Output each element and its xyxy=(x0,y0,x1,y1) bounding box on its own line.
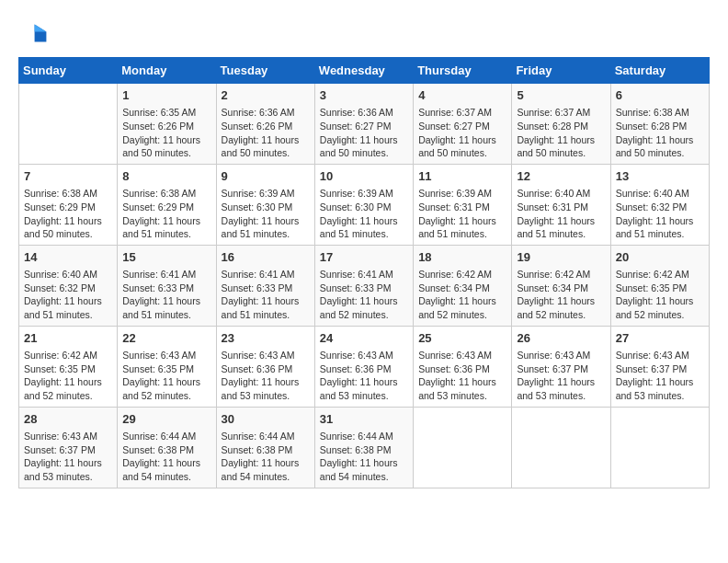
day-number: 2 xyxy=(222,87,310,104)
week-row-3: 14Sunrise: 6:40 AMSunset: 6:32 PMDayligh… xyxy=(19,245,710,326)
day-number: 26 xyxy=(517,330,605,347)
cell-content: Sunrise: 6:42 AMSunset: 6:35 PMDaylight:… xyxy=(24,349,112,403)
cell-content: Sunrise: 6:39 AMSunset: 6:31 PMDaylight:… xyxy=(418,187,506,241)
header-cell-tuesday: Tuesday xyxy=(216,58,314,84)
cell-content: Sunrise: 6:37 AMSunset: 6:28 PMDaylight:… xyxy=(517,106,605,160)
day-number: 6 xyxy=(616,87,704,104)
calendar-cell: 17Sunrise: 6:41 AMSunset: 6:33 PMDayligh… xyxy=(314,245,413,326)
cell-content: Sunrise: 6:36 AMSunset: 6:27 PMDaylight:… xyxy=(320,106,408,160)
calendar-cell xyxy=(19,84,118,165)
day-number: 27 xyxy=(616,330,704,347)
calendar-cell: 5Sunrise: 6:37 AMSunset: 6:28 PMDaylight… xyxy=(512,84,610,165)
calendar-cell: 7Sunrise: 6:38 AMSunset: 6:29 PMDaylight… xyxy=(19,164,118,245)
day-number: 23 xyxy=(222,330,310,347)
cell-content: Sunrise: 6:42 AMSunset: 6:35 PMDaylight:… xyxy=(616,268,704,322)
calendar-cell: 6Sunrise: 6:38 AMSunset: 6:28 PMDaylight… xyxy=(610,84,709,165)
header-cell-sunday: Sunday xyxy=(19,58,118,84)
day-number: 31 xyxy=(320,411,408,428)
cell-content: Sunrise: 6:43 AMSunset: 6:36 PMDaylight:… xyxy=(418,349,506,403)
calendar-cell: 18Sunrise: 6:42 AMSunset: 6:34 PMDayligh… xyxy=(414,245,512,326)
day-number: 28 xyxy=(24,411,112,428)
cell-content: Sunrise: 6:41 AMSunset: 6:33 PMDaylight:… xyxy=(122,268,210,322)
calendar-cell: 25Sunrise: 6:43 AMSunset: 6:36 PMDayligh… xyxy=(414,326,512,407)
day-number: 17 xyxy=(320,249,408,266)
week-row-4: 21Sunrise: 6:42 AMSunset: 6:35 PMDayligh… xyxy=(19,326,710,407)
header-cell-monday: Monday xyxy=(118,58,216,84)
cell-content: Sunrise: 6:40 AMSunset: 6:31 PMDaylight:… xyxy=(517,187,605,241)
calendar-cell: 27Sunrise: 6:43 AMSunset: 6:37 PMDayligh… xyxy=(610,326,709,407)
day-number: 29 xyxy=(122,411,210,428)
calendar-cell: 3Sunrise: 6:36 AMSunset: 6:27 PMDaylight… xyxy=(314,84,413,165)
day-number: 9 xyxy=(222,168,310,185)
day-number: 22 xyxy=(122,330,210,347)
header-cell-saturday: Saturday xyxy=(610,58,709,84)
page-header xyxy=(18,18,710,48)
cell-content: Sunrise: 6:43 AMSunset: 6:37 PMDaylight:… xyxy=(517,349,605,403)
day-number: 5 xyxy=(517,87,605,104)
cell-content: Sunrise: 6:44 AMSunset: 6:38 PMDaylight:… xyxy=(320,430,408,484)
day-number: 15 xyxy=(122,249,210,266)
calendar-cell: 13Sunrise: 6:40 AMSunset: 6:32 PMDayligh… xyxy=(610,164,709,245)
cell-content: Sunrise: 6:36 AMSunset: 6:26 PMDaylight:… xyxy=(222,106,310,160)
calendar-cell: 4Sunrise: 6:37 AMSunset: 6:27 PMDaylight… xyxy=(414,84,512,165)
week-row-2: 7Sunrise: 6:38 AMSunset: 6:29 PMDaylight… xyxy=(19,164,710,245)
header-cell-thursday: Thursday xyxy=(414,58,512,84)
cell-content: Sunrise: 6:38 AMSunset: 6:29 PMDaylight:… xyxy=(24,187,112,241)
calendar-cell: 11Sunrise: 6:39 AMSunset: 6:31 PMDayligh… xyxy=(414,164,512,245)
calendar-cell: 23Sunrise: 6:43 AMSunset: 6:36 PMDayligh… xyxy=(216,326,314,407)
calendar-cell: 24Sunrise: 6:43 AMSunset: 6:36 PMDayligh… xyxy=(314,326,413,407)
calendar-cell: 9Sunrise: 6:39 AMSunset: 6:30 PMDaylight… xyxy=(216,164,314,245)
day-number: 7 xyxy=(24,168,112,185)
cell-content: Sunrise: 6:43 AMSunset: 6:37 PMDaylight:… xyxy=(616,349,704,403)
header-cell-wednesday: Wednesday xyxy=(314,58,413,84)
calendar-cell: 22Sunrise: 6:43 AMSunset: 6:35 PMDayligh… xyxy=(118,326,216,407)
day-number: 30 xyxy=(222,411,310,428)
calendar-cell: 15Sunrise: 6:41 AMSunset: 6:33 PMDayligh… xyxy=(118,245,216,326)
week-row-5: 28Sunrise: 6:43 AMSunset: 6:37 PMDayligh… xyxy=(19,407,710,488)
day-number: 4 xyxy=(418,87,506,104)
day-number: 19 xyxy=(517,249,605,266)
day-number: 24 xyxy=(320,330,408,347)
day-number: 11 xyxy=(418,168,506,185)
calendar-table: SundayMondayTuesdayWednesdayThursdayFrid… xyxy=(18,57,710,488)
cell-content: Sunrise: 6:39 AMSunset: 6:30 PMDaylight:… xyxy=(222,187,310,241)
cell-content: Sunrise: 6:43 AMSunset: 6:35 PMDaylight:… xyxy=(122,349,210,403)
cell-content: Sunrise: 6:38 AMSunset: 6:28 PMDaylight:… xyxy=(616,106,704,160)
header-cell-friday: Friday xyxy=(512,58,610,84)
cell-content: Sunrise: 6:38 AMSunset: 6:29 PMDaylight:… xyxy=(122,187,210,241)
day-number: 16 xyxy=(222,249,310,266)
cell-content: Sunrise: 6:43 AMSunset: 6:37 PMDaylight:… xyxy=(24,430,112,484)
day-number: 12 xyxy=(517,168,605,185)
calendar-cell: 8Sunrise: 6:38 AMSunset: 6:29 PMDaylight… xyxy=(118,164,216,245)
calendar-cell: 19Sunrise: 6:42 AMSunset: 6:34 PMDayligh… xyxy=(512,245,610,326)
calendar-cell: 14Sunrise: 6:40 AMSunset: 6:32 PMDayligh… xyxy=(19,245,118,326)
week-row-1: 1Sunrise: 6:35 AMSunset: 6:26 PMDaylight… xyxy=(19,84,710,165)
svg-marker-1 xyxy=(35,24,47,31)
calendar-cell: 2Sunrise: 6:36 AMSunset: 6:26 PMDaylight… xyxy=(216,84,314,165)
cell-content: Sunrise: 6:40 AMSunset: 6:32 PMDaylight:… xyxy=(616,187,704,241)
calendar-cell: 28Sunrise: 6:43 AMSunset: 6:37 PMDayligh… xyxy=(19,407,118,488)
cell-content: Sunrise: 6:43 AMSunset: 6:36 PMDaylight:… xyxy=(222,349,310,403)
calendar-cell: 12Sunrise: 6:40 AMSunset: 6:31 PMDayligh… xyxy=(512,164,610,245)
calendar-cell xyxy=(414,407,512,488)
cell-content: Sunrise: 6:40 AMSunset: 6:32 PMDaylight:… xyxy=(24,268,112,322)
day-number: 14 xyxy=(24,249,112,266)
calendar-cell: 21Sunrise: 6:42 AMSunset: 6:35 PMDayligh… xyxy=(19,326,118,407)
calendar-body: 1Sunrise: 6:35 AMSunset: 6:26 PMDaylight… xyxy=(19,84,710,488)
cell-content: Sunrise: 6:42 AMSunset: 6:34 PMDaylight:… xyxy=(517,268,605,322)
calendar-cell: 20Sunrise: 6:42 AMSunset: 6:35 PMDayligh… xyxy=(610,245,709,326)
calendar-cell xyxy=(512,407,610,488)
cell-content: Sunrise: 6:37 AMSunset: 6:27 PMDaylight:… xyxy=(418,106,506,160)
calendar-cell: 29Sunrise: 6:44 AMSunset: 6:38 PMDayligh… xyxy=(118,407,216,488)
calendar-cell: 10Sunrise: 6:39 AMSunset: 6:30 PMDayligh… xyxy=(314,164,413,245)
calendar-cell: 30Sunrise: 6:44 AMSunset: 6:38 PMDayligh… xyxy=(216,407,314,488)
day-number: 8 xyxy=(122,168,210,185)
calendar-cell xyxy=(610,407,709,488)
calendar-cell: 31Sunrise: 6:44 AMSunset: 6:38 PMDayligh… xyxy=(314,407,413,488)
calendar-cell: 1Sunrise: 6:35 AMSunset: 6:26 PMDaylight… xyxy=(118,84,216,165)
calendar-header: SundayMondayTuesdayWednesdayThursdayFrid… xyxy=(19,58,710,84)
cell-content: Sunrise: 6:39 AMSunset: 6:30 PMDaylight:… xyxy=(320,187,408,241)
cell-content: Sunrise: 6:44 AMSunset: 6:38 PMDaylight:… xyxy=(222,430,310,484)
logo-icon xyxy=(18,18,48,48)
day-number: 1 xyxy=(122,87,210,104)
